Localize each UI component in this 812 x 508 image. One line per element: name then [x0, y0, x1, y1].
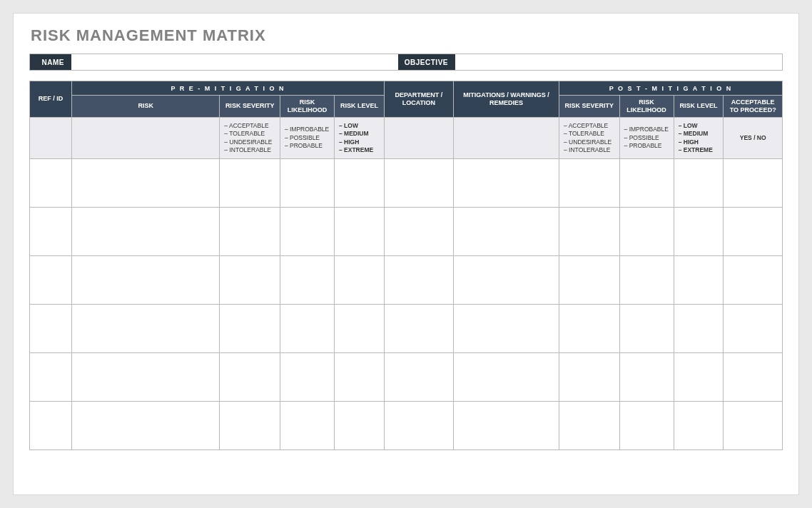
cell[interactable] — [384, 353, 453, 402]
cell[interactable] — [724, 402, 783, 450]
cell[interactable] — [559, 159, 620, 208]
cell[interactable] — [72, 305, 220, 353]
table-row — [30, 353, 783, 402]
table-body: – ACCEPTABLE– TOLERABLE– UNDESIRABLE– IN… — [30, 117, 783, 450]
hint-mitigations[interactable] — [454, 117, 559, 159]
cell[interactable] — [280, 353, 334, 402]
objective-label: OBJECTIVE — [398, 54, 455, 70]
col-level-pre: RISK LEVEL — [335, 96, 385, 118]
cell[interactable] — [384, 256, 453, 305]
cell[interactable] — [559, 353, 620, 402]
cell[interactable] — [30, 353, 72, 402]
cell[interactable] — [72, 353, 220, 402]
cell[interactable] — [384, 305, 453, 353]
band-pre: P R E - M I T I G A T I O N — [72, 81, 385, 96]
hint-ref[interactable] — [30, 117, 72, 159]
cell[interactable] — [335, 159, 385, 208]
cell[interactable] — [220, 353, 280, 402]
col-level-post: RISK LEVEL — [674, 96, 724, 118]
cell[interactable] — [30, 402, 72, 450]
hint-level-post: – LOW– MEDIUM– HIGH– EXTREME — [674, 117, 724, 159]
cell[interactable] — [220, 305, 280, 353]
col-ref: REF / ID — [30, 81, 72, 118]
cell[interactable] — [454, 305, 559, 353]
cell[interactable] — [674, 305, 724, 353]
cell[interactable] — [454, 402, 559, 450]
cell[interactable] — [220, 402, 280, 450]
name-label: NAME — [30, 54, 71, 70]
name-field[interactable] — [71, 54, 398, 70]
page-title: RISK MANAGEMENT MATRIX — [31, 26, 783, 45]
hint-risk[interactable] — [72, 117, 220, 159]
cell[interactable] — [454, 353, 559, 402]
cell[interactable] — [280, 305, 334, 353]
cell[interactable] — [619, 402, 674, 450]
cell[interactable] — [384, 402, 453, 450]
cell[interactable] — [674, 402, 724, 450]
hint-likelihood-post: – IMPROBABLE– POSSIBLE– PROBABLE — [619, 117, 674, 159]
cell[interactable] — [280, 159, 334, 208]
cell[interactable] — [280, 256, 334, 305]
cell[interactable] — [559, 402, 620, 450]
table-row — [30, 402, 783, 450]
cell[interactable] — [559, 305, 620, 353]
cell[interactable] — [280, 402, 334, 450]
cell[interactable] — [335, 208, 385, 256]
col-likelihood-post: RISK LIKELIHOOD — [619, 96, 674, 118]
col-department: DEPARTMENT / LOCATION — [384, 81, 453, 118]
cell[interactable] — [454, 256, 559, 305]
cell[interactable] — [559, 208, 620, 256]
cell[interactable] — [30, 305, 72, 353]
col-severity-pre: RISK SEVERITY — [220, 96, 280, 118]
cell[interactable] — [220, 208, 280, 256]
cell[interactable] — [724, 353, 783, 402]
sheet: RISK MANAGEMENT MATRIX NAME OBJECTIVE RE… — [13, 13, 799, 495]
cell[interactable] — [220, 159, 280, 208]
cell[interactable] — [30, 256, 72, 305]
cell[interactable] — [674, 159, 724, 208]
cell[interactable] — [619, 208, 674, 256]
meta-row: NAME OBJECTIVE — [29, 54, 783, 71]
cell[interactable] — [335, 305, 385, 353]
cell[interactable] — [724, 159, 783, 208]
cell[interactable] — [72, 208, 220, 256]
cell[interactable] — [619, 159, 674, 208]
col-acceptable: ACCEPTABLE TO PROCEED? — [724, 96, 783, 118]
cell[interactable] — [619, 256, 674, 305]
table-row — [30, 305, 783, 353]
cell[interactable] — [619, 305, 674, 353]
cell[interactable] — [724, 256, 783, 305]
cell[interactable] — [674, 256, 724, 305]
hints-row: – ACCEPTABLE– TOLERABLE– UNDESIRABLE– IN… — [30, 117, 783, 159]
cell[interactable] — [454, 208, 559, 256]
hint-department[interactable] — [384, 117, 453, 159]
cell[interactable] — [30, 159, 72, 208]
hint-severity-post: – ACCEPTABLE– TOLERABLE– UNDESIRABLE– IN… — [559, 117, 620, 159]
cell[interactable] — [674, 208, 724, 256]
hint-level-pre: – LOW– MEDIUM– HIGH– EXTREME — [335, 117, 385, 159]
cell[interactable] — [384, 208, 453, 256]
cell[interactable] — [220, 256, 280, 305]
cell[interactable] — [335, 353, 385, 402]
hint-likelihood-pre: – IMPROBABLE– POSSIBLE– PROBABLE — [280, 117, 334, 159]
cell[interactable] — [72, 256, 220, 305]
cell[interactable] — [335, 256, 385, 305]
table-row — [30, 256, 783, 305]
cell[interactable] — [724, 208, 783, 256]
cell[interactable] — [559, 256, 620, 305]
cell[interactable] — [674, 353, 724, 402]
cell[interactable] — [280, 208, 334, 256]
cell[interactable] — [454, 159, 559, 208]
cell[interactable] — [30, 208, 72, 256]
cell[interactable] — [335, 402, 385, 450]
col-likelihood-pre: RISK LIKELIHOOD — [280, 96, 334, 118]
cell[interactable] — [384, 159, 453, 208]
col-mitigations: MITIGATIONS / WARNINGS / REMEDIES — [454, 81, 559, 118]
hint-acceptable: YES / NO — [724, 117, 783, 159]
cell[interactable] — [619, 353, 674, 402]
objective-field[interactable] — [455, 54, 782, 70]
col-risk: RISK — [72, 96, 220, 118]
cell[interactable] — [724, 305, 783, 353]
cell[interactable] — [72, 159, 220, 208]
cell[interactable] — [72, 402, 220, 450]
